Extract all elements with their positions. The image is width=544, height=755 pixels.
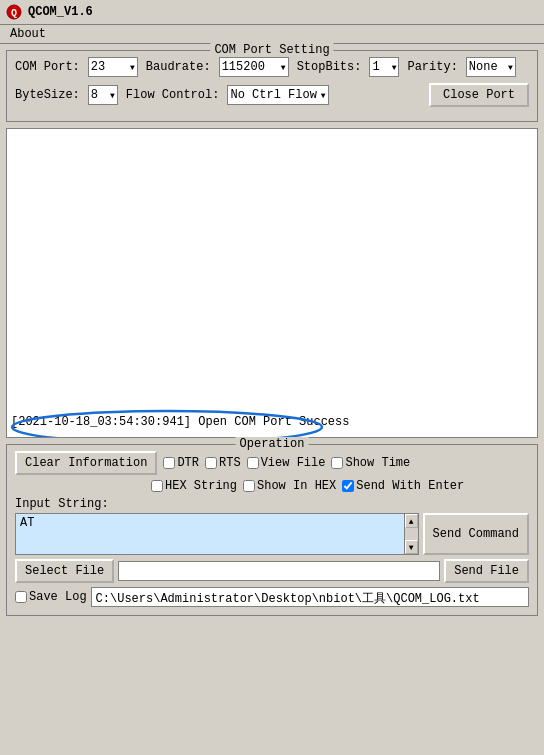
hexstring-checkbox-label[interactable]: HEX String (151, 479, 237, 493)
op-row-2: HEX String Show In HEX Send With Enter (15, 479, 529, 493)
title-bar: Q QCOM_V1.6 (0, 0, 544, 25)
clear-information-button[interactable]: Clear Information (15, 451, 157, 475)
app-icon: Q (6, 4, 22, 20)
close-port-button[interactable]: Close Port (429, 83, 529, 107)
send-file-button[interactable]: Send File (444, 559, 529, 583)
save-log-row: Save Log C:\Users\Administrator\Desktop\… (15, 587, 529, 607)
com-port-section-label: COM Port Setting (210, 43, 333, 57)
showinhex-checkbox[interactable] (243, 480, 255, 492)
showtime-checkbox[interactable] (331, 457, 343, 469)
baudrate-arrow[interactable]: ▼ (277, 63, 286, 72)
terminal-area[interactable]: [2021-10-18_03:54:30:941] Open COM Port … (6, 128, 538, 438)
bytesize-label: ByteSize: (15, 88, 80, 102)
operation-section-label: Operation (236, 437, 309, 451)
input-scrollbar[interactable]: ▲ ▼ (404, 514, 418, 554)
com-row-2: ByteSize: 8 ▼ Flow Control: No Ctrl Flow… (15, 83, 529, 107)
scroll-up-btn[interactable]: ▲ (405, 514, 418, 528)
flowcontrol-dropdown[interactable]: No Ctrl Flow ▼ (227, 85, 328, 105)
input-area-wrapper: ▲ ▼ (15, 513, 419, 555)
bytesize-dropdown[interactable]: 8 ▼ (88, 85, 118, 105)
operation-section: Operation Clear Information DTR RTS View… (6, 444, 538, 616)
select-file-button[interactable]: Select File (15, 559, 114, 583)
menu-about[interactable]: About (4, 25, 52, 43)
input-string-label: Input String: (15, 497, 109, 511)
log-path-display: C:\Users\Administrator\Desktop\nbiot\工具\… (91, 587, 529, 607)
com-port-dropdown[interactable]: 23 ▼ (88, 57, 138, 77)
input-string-textarea[interactable] (16, 514, 404, 554)
sendwithenter-checkbox[interactable] (342, 480, 354, 492)
flowcontrol-arrow[interactable]: ▼ (317, 91, 326, 100)
send-command-button[interactable]: Send Command (423, 513, 529, 555)
showtime-checkbox-label[interactable]: Show Time (331, 456, 410, 470)
parity-label: Parity: (407, 60, 457, 74)
viewfile-checkbox-label[interactable]: View File (247, 456, 326, 470)
hexstring-checkbox[interactable] (151, 480, 163, 492)
com-port-section: COM Port Setting COM Port: 23 ▼ Baudrate… (6, 50, 538, 122)
com-port-arrow[interactable]: ▼ (126, 63, 135, 72)
baudrate-dropdown[interactable]: 115200 ▼ (219, 57, 289, 77)
scroll-track (405, 528, 418, 540)
input-string-label-row: Input String: (15, 497, 529, 511)
op-row-1: Clear Information DTR RTS View File Show… (15, 451, 529, 475)
parity-dropdown[interactable]: None ▼ (466, 57, 516, 77)
terminal-log-line: [2021-10-18_03:54:30:941] Open COM Port … (11, 415, 349, 429)
rts-checkbox-label[interactable]: RTS (205, 456, 241, 470)
file-row: Select File Send File (15, 559, 529, 583)
app-title: QCOM_V1.6 (28, 5, 93, 19)
menu-bar: About (0, 25, 544, 44)
viewfile-checkbox[interactable] (247, 457, 259, 469)
stopbits-arrow[interactable]: ▼ (388, 63, 397, 72)
dtr-checkbox-label[interactable]: DTR (163, 456, 199, 470)
flowcontrol-label: Flow Control: (126, 88, 220, 102)
svg-text:Q: Q (11, 8, 17, 19)
com-row-1: COM Port: 23 ▼ Baudrate: 115200 ▼ StopBi… (15, 57, 529, 77)
input-string-row: ▲ ▼ Send Command (15, 513, 529, 555)
sendwithenter-checkbox-label[interactable]: Send With Enter (342, 479, 464, 493)
scroll-down-btn[interactable]: ▼ (405, 540, 418, 554)
stopbits-label: StopBits: (297, 60, 362, 74)
com-port-label: COM Port: (15, 60, 80, 74)
rts-checkbox[interactable] (205, 457, 217, 469)
dtr-checkbox[interactable] (163, 457, 175, 469)
showinhex-checkbox-label[interactable]: Show In HEX (243, 479, 336, 493)
bytesize-arrow[interactable]: ▼ (106, 91, 115, 100)
file-path-input[interactable] (118, 561, 440, 581)
savelog-checkbox-label[interactable]: Save Log (15, 590, 87, 604)
parity-arrow[interactable]: ▼ (504, 63, 513, 72)
stopbits-dropdown[interactable]: 1 ▼ (369, 57, 399, 77)
baudrate-label: Baudrate: (146, 60, 211, 74)
savelog-checkbox[interactable] (15, 591, 27, 603)
